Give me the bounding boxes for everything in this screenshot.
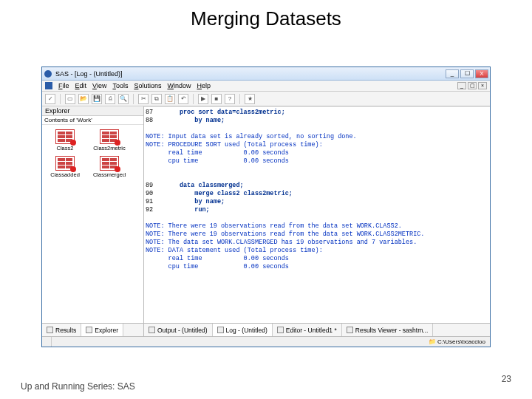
- folder-icon: 📁: [429, 338, 436, 345]
- explorer-subtitle: Contents of 'Work': [42, 116, 143, 125]
- new-icon[interactable]: ▭: [65, 94, 75, 104]
- dataset-icon: [55, 129, 75, 144]
- minimize-button[interactable]: _: [446, 69, 459, 78]
- tab-results[interactable]: Results: [42, 324, 81, 336]
- menu-view[interactable]: View: [92, 82, 106, 89]
- sas-menu-icon: [45, 82, 52, 89]
- preview-icon[interactable]: 🔍: [118, 94, 129, 104]
- workarea: Explorer Contents of 'Work' Class2 Class…: [42, 106, 490, 323]
- check-icon[interactable]: ✓: [45, 94, 55, 104]
- svg-point-0: [44, 70, 52, 78]
- tab-editor[interactable]: Editor - Untitled1 *: [273, 324, 342, 336]
- dataset-icon: [55, 156, 75, 171]
- tab-log[interactable]: Log - (Untitled): [213, 324, 273, 336]
- editor-icon: [277, 327, 284, 333]
- viewer-icon: [347, 327, 353, 333]
- submit-icon[interactable]: ▶: [198, 94, 208, 104]
- dataset-item[interactable]: Class2metric: [89, 129, 129, 151]
- output-icon: [149, 327, 155, 333]
- titlebar[interactable]: SAS - [Log - (Untitled)] _ ☐ X: [42, 67, 490, 81]
- mdi-minimize[interactable]: _: [457, 82, 466, 89]
- status-path: 📁 C:\Users\bcaccioo: [424, 338, 490, 345]
- dataset-label: Classmerged: [93, 171, 126, 178]
- print-icon[interactable]: ⎙: [105, 94, 115, 104]
- copy-icon[interactable]: ⧉: [151, 94, 162, 104]
- svg-rect-1: [45, 82, 52, 89]
- toolbar: ✓ ▭ 📂 💾 ⎙ 🔍 ✂ ⧉ 📋 ↶ ▶ ■ ? ★: [42, 92, 490, 106]
- slide-title: Merging Datasets: [0, 0, 532, 33]
- dataset-item[interactable]: Classmerged: [89, 156, 129, 178]
- explorer-icon: [86, 327, 92, 333]
- paste-icon[interactable]: 📋: [165, 94, 175, 104]
- slide-page-number: 23: [502, 374, 511, 384]
- menu-file[interactable]: FFileile: [58, 82, 69, 89]
- help-icon[interactable]: ?: [225, 94, 235, 104]
- open-icon[interactable]: 📂: [78, 94, 89, 104]
- window-title: SAS - [Log - (Untitled)]: [55, 70, 123, 78]
- menu-window[interactable]: Window: [167, 82, 191, 89]
- mdi-controls: _ ▢ ×: [457, 82, 487, 89]
- menu-help[interactable]: Help: [197, 82, 211, 89]
- dataset-icon: [100, 129, 119, 144]
- explorer-items: Class2 Class2metric Classadded Classmerg…: [42, 125, 143, 183]
- dataset-item[interactable]: Classadded: [45, 156, 85, 178]
- statusbar: 📁 C:\Users\bcaccioo: [42, 336, 490, 347]
- bottom-tabs: Results Explorer Output - (Untitled) Log…: [42, 323, 490, 336]
- menu-solutions[interactable]: Solutions: [134, 82, 161, 89]
- dataset-item[interactable]: Class2: [45, 129, 85, 151]
- mdi-close[interactable]: ×: [478, 82, 487, 89]
- misc-icon[interactable]: ★: [245, 94, 255, 104]
- results-icon: [47, 327, 53, 333]
- dataset-icon: [100, 156, 119, 171]
- menu-tools[interactable]: Tools: [112, 82, 128, 89]
- explorer-title: Explorer: [42, 106, 143, 116]
- menubar: FFileile Edit View Tools Solutions Windo…: [42, 81, 490, 92]
- maximize-button[interactable]: ☐: [460, 69, 474, 78]
- mdi-restore[interactable]: ▢: [468, 82, 477, 89]
- stop-icon[interactable]: ■: [211, 94, 222, 104]
- slide-footer-series: Up and Running Series: SAS: [21, 381, 135, 392]
- undo-icon[interactable]: ↶: [178, 94, 188, 104]
- log-icon: [217, 327, 224, 333]
- sas-window: SAS - [Log - (Untitled)] _ ☐ X FFileile …: [41, 66, 491, 347]
- dataset-label: Class2: [57, 145, 74, 151]
- explorer-pane: Explorer Contents of 'Work' Class2 Class…: [42, 106, 144, 323]
- status-cell: [42, 337, 52, 347]
- log-content[interactable]: 87 proc sort data=class2metric; 88 by na…: [144, 106, 490, 323]
- tab-explorer[interactable]: Explorer: [81, 324, 123, 336]
- close-button[interactable]: X: [475, 69, 488, 78]
- cut-icon[interactable]: ✂: [138, 94, 149, 104]
- save-icon[interactable]: 💾: [92, 94, 102, 104]
- dataset-label: Class2metric: [93, 145, 125, 151]
- tab-results-viewer[interactable]: Results Viewer - sashtm...: [342, 324, 434, 336]
- menu-edit[interactable]: Edit: [75, 82, 87, 89]
- sas-app-icon: [44, 69, 52, 78]
- log-pane: 87 proc sort data=class2metric; 88 by na…: [144, 106, 490, 323]
- dataset-label: Classadded: [50, 171, 80, 178]
- tab-output[interactable]: Output - (Untitled): [144, 324, 213, 336]
